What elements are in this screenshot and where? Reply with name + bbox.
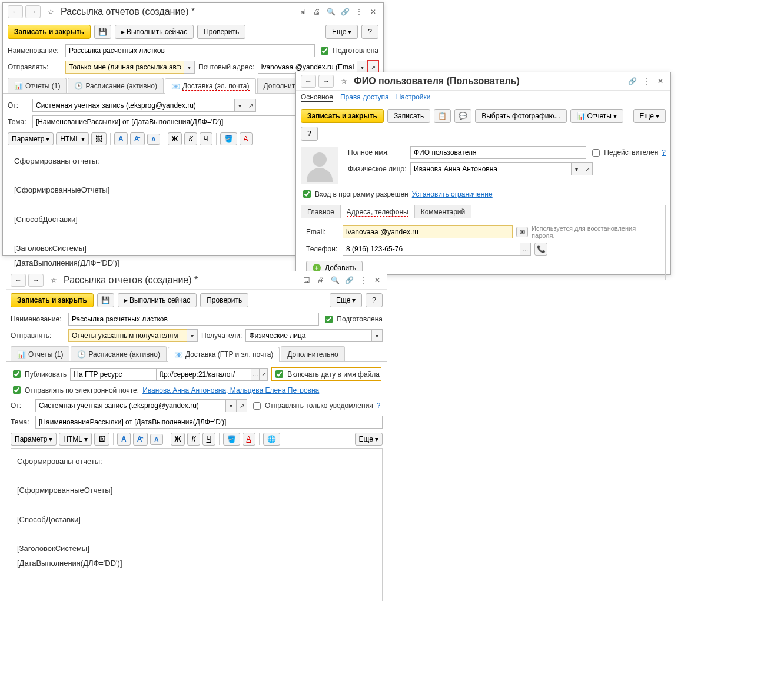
publish-checkbox[interactable]: Публиковать xyxy=(11,369,67,380)
underline-icon[interactable]: Ч xyxy=(200,132,212,145)
phone-icon[interactable]: 📞 xyxy=(534,243,547,256)
help-icon[interactable]: ? xyxy=(662,148,666,157)
favorite-icon[interactable]: ☆ xyxy=(338,76,349,87)
save-button[interactable]: Записать xyxy=(387,109,430,123)
run-now-button[interactable]: ▸ Выполнить сейчас xyxy=(118,293,197,307)
kebab-icon[interactable]: ⋮ xyxy=(641,76,652,87)
param-button[interactable]: Параметр ▾ xyxy=(11,433,57,446)
close-icon[interactable]: ✕ xyxy=(655,76,666,87)
section-settings[interactable]: Настройки xyxy=(396,93,431,102)
italic-icon[interactable]: К xyxy=(184,132,197,145)
open-icon[interactable]: ↗ xyxy=(237,399,247,412)
subject-input[interactable] xyxy=(35,416,383,429)
more-button[interactable]: Еще ▾ xyxy=(325,25,358,39)
kebab-icon[interactable]: ⋮ xyxy=(354,6,364,17)
help-button[interactable]: ? xyxy=(366,293,383,307)
back-button[interactable]: ← xyxy=(8,5,23,18)
login-allowed-checkbox[interactable]: Вход в программу разрешен xyxy=(301,188,408,200)
image-icon[interactable]: 🖼 xyxy=(91,132,107,145)
send-email-checkbox[interactable]: Отправлять по электронной почте: xyxy=(11,384,139,396)
tab-delivery[interactable]: 📧 Доставка (эл. почта) xyxy=(165,78,256,94)
favorite-icon[interactable]: ☆ xyxy=(48,275,59,286)
print-icon[interactable]: 🖨 xyxy=(311,6,322,17)
section-access[interactable]: Права доступа xyxy=(340,93,389,102)
chevron-down-icon[interactable]: ▾ xyxy=(187,329,198,342)
bg-color-icon[interactable]: 🪣 xyxy=(223,433,240,446)
font-icon[interactable]: Â xyxy=(133,433,148,446)
send-select[interactable] xyxy=(68,329,187,342)
font-increase-icon[interactable]: A xyxy=(114,132,128,145)
link-icon[interactable]: 🔗 xyxy=(340,6,350,17)
from-input[interactable] xyxy=(35,399,226,412)
recipients-input[interactable] xyxy=(245,329,372,342)
save-close-button[interactable]: Записать и закрыть xyxy=(8,25,91,39)
invalid-checkbox[interactable]: Недействителен xyxy=(590,147,658,158)
help-button[interactable]: ? xyxy=(361,25,378,39)
editor-body[interactable]: Сформированы отчеты: [СформированныеОтче… xyxy=(11,448,383,601)
tab-reports[interactable]: 📊 Отчеты (1) xyxy=(8,78,67,93)
save-close-button[interactable]: Записать и закрыть xyxy=(11,293,94,307)
name-input[interactable] xyxy=(68,313,319,326)
mail-icon[interactable]: ✉ xyxy=(516,227,528,237)
fullname-input[interactable] xyxy=(410,146,586,159)
italic-icon[interactable]: К xyxy=(187,433,200,446)
save-button[interactable]: 💾 xyxy=(97,293,114,307)
link-icon[interactable]: 🔗 xyxy=(627,76,637,87)
font-icon[interactable]: Â xyxy=(130,132,145,145)
back-button[interactable]: ← xyxy=(301,75,316,88)
more-button[interactable]: Еще ▾ xyxy=(330,293,362,307)
avatar[interactable] xyxy=(301,147,338,184)
text-color-icon[interactable]: А xyxy=(240,132,253,145)
choose-photo-button[interactable]: Выбрать фотографию... xyxy=(475,109,566,123)
run-now-button[interactable]: ▸ Выполнить сейчас xyxy=(115,25,194,39)
set-limit-link[interactable]: Установить ограничение xyxy=(412,190,493,198)
phone-input[interactable] xyxy=(343,243,520,256)
forward-button[interactable]: → xyxy=(25,5,41,18)
link-icon[interactable]: 🔗 xyxy=(344,275,354,286)
save-icon[interactable]: 🖫 xyxy=(301,275,312,286)
image-icon[interactable]: 🖼 xyxy=(94,433,109,446)
check-button[interactable]: Проверить xyxy=(200,293,248,307)
chat-icon[interactable]: 💬 xyxy=(454,109,471,123)
close-icon[interactable]: ✕ xyxy=(372,275,383,286)
include-date-checkbox[interactable]: Включать дату в имя файла xyxy=(271,367,381,381)
font-increase-icon[interactable]: A xyxy=(117,433,131,446)
tab-comment[interactable]: Комментарий xyxy=(415,205,472,218)
param-button[interactable]: Параметр ▾ xyxy=(8,132,54,145)
list-icon[interactable]: 📋 xyxy=(434,109,451,123)
preview-icon[interactable]: 🔍 xyxy=(330,275,340,286)
save-close-button[interactable]: Записать и закрыть xyxy=(301,109,384,123)
ellipsis-icon[interactable]: … xyxy=(520,243,531,256)
open-icon[interactable]: ↗ xyxy=(260,368,268,381)
reports-button[interactable]: 📊 Отчеты ▾ xyxy=(570,109,623,123)
tab-reports[interactable]: 📊 Отчеты (1) xyxy=(11,346,69,361)
open-icon[interactable]: ↗ xyxy=(582,162,593,175)
tab-schedule[interactable]: 🕒 Расписание (активно) xyxy=(71,346,166,361)
chevron-down-icon[interactable]: ▾ xyxy=(226,399,237,412)
chevron-down-icon[interactable]: ▾ xyxy=(572,162,582,175)
kebab-icon[interactable]: ⋮ xyxy=(358,275,368,286)
html-button[interactable]: HTML ▾ xyxy=(59,433,92,446)
bold-icon[interactable]: Ж xyxy=(171,433,185,446)
tab-main[interactable]: Главное xyxy=(301,205,341,218)
help-button[interactable]: ? xyxy=(301,127,318,141)
email-recipients-link[interactable]: Иванова Анна Антоновна, Мальцева Елена П… xyxy=(142,386,319,394)
html-button[interactable]: HTML ▾ xyxy=(56,132,89,145)
chevron-down-icon[interactable]: ▾ xyxy=(184,61,195,74)
font-decrease-icon[interactable]: A xyxy=(150,434,162,445)
prepared-checkbox[interactable]: Подготовлена xyxy=(323,314,383,325)
more-button[interactable]: Еще ▾ xyxy=(355,433,383,446)
back-button[interactable]: ← xyxy=(11,274,26,287)
font-decrease-icon[interactable]: A xyxy=(147,134,160,145)
tab-delivery[interactable]: 📧 Доставка (FTP и эл. почта) xyxy=(168,347,280,362)
save-icon[interactable]: 🖫 xyxy=(297,6,308,17)
bg-color-icon[interactable]: 🪣 xyxy=(220,132,237,145)
bold-icon[interactable]: Ж xyxy=(168,132,182,145)
person-input[interactable] xyxy=(410,162,572,175)
underline-icon[interactable]: Ч xyxy=(202,433,215,446)
forward-button[interactable]: → xyxy=(28,274,44,287)
help-icon[interactable]: ? xyxy=(377,402,381,410)
chevron-down-icon[interactable]: ▾ xyxy=(235,99,245,112)
prepared-checkbox[interactable]: Подготовлена xyxy=(318,45,378,57)
favorite-icon[interactable]: ☆ xyxy=(45,6,56,17)
